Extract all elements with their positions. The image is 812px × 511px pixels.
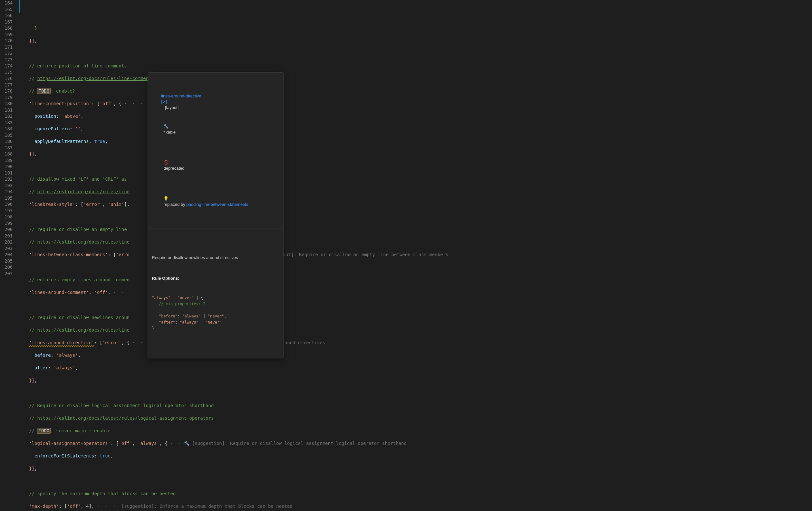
code-line[interactable] [24,390,812,397]
rule-doc-link[interactable]: https://eslint.org/docs/rules/line [37,327,129,332]
code-line[interactable]: }], [24,465,812,472]
lintel-inline-hint: · · [111,290,124,295]
rule-doc-link[interactable]: https://eslint.org/docs/rules/line [37,239,129,245]
code-content[interactable]: lines-around-directive [↗] [layout] 🔧 fi… [20,0,812,511]
code-line[interactable]: ignorePattern: '', [24,126,812,132]
lintel-inline-hint: 🔧 [layout]: Require or disallow an empty… [264,252,448,258]
todo-badge: TODO [37,428,51,434]
line-number-gutter: 164165166 167168169 170171172 173174175 … [0,0,18,277]
external-link-icon[interactable]: [↗] [161,99,167,104]
deprecated-rule-warning[interactable]: 'lines-around-directive' [29,340,94,345]
hover-description: Require or disallow newlines around dire… [152,255,279,261]
lightbulb-icon: 💡 [163,196,169,201]
hover-options-code: "always" | "never" | { // min properties… [152,295,279,332]
rule-doc-link[interactable]: https://eslint.org/docs/rules/line [37,189,129,194]
code-line[interactable]: position: 'above', [24,113,812,120]
hover-replacement-link[interactable]: padding-line-between-statements [186,202,248,207]
code-line[interactable]: 'max-depth': ['off', 4], · · · [suggesti… [24,503,812,510]
hover-fixable-label: fixable [163,130,176,135]
code-line[interactable]: // disallow mixed 'LF' and 'CRLF' as [24,176,812,183]
code-line[interactable]: // TODO: enable? [24,88,812,95]
hover-widget[interactable]: lines-around-directive [↗] [layout] 🔧 fi… [148,72,284,358]
code-line[interactable]: // require or disallow newlines aroun [24,315,812,321]
code-line[interactable]: // https://eslint.org/docs/rules/line-co… [24,76,812,82]
code-line[interactable]: // specify the maximum depth that blocks… [24,491,812,497]
code-line[interactable]: }], [24,377,812,384]
code-line[interactable]: // enforces empty lines around commen [24,277,812,283]
code-line[interactable]: // https://eslint.org/docs/rules/line [24,239,812,245]
hover-rule-name[interactable]: lines-around-directive [161,93,201,99]
code-line[interactable]: before: 'always', [24,352,812,359]
code-line[interactable]: 'lines-around-directive': ['error', { · … [24,340,812,346]
code-line[interactable]: after: 'always', [24,365,812,371]
code-line[interactable] [24,264,812,271]
code-line[interactable]: 'lines-around-comment': 'off', · · [24,289,812,296]
no-entry-icon: 🚫 [163,160,169,165]
code-line[interactable]: // https://eslint.org/docs/latest/rules/… [24,415,812,422]
hover-header: lines-around-directive [↗] [layout] 🔧 fi… [148,84,283,228]
hover-deprecated-label: deprecated [163,166,184,171]
code-line[interactable]: 'logical-assignment-operators': ['off', … [24,440,812,447]
code-line[interactable]: // require or disallow an empty line [24,226,812,233]
code-line[interactable]: 'line-comment-position': ['off', { · · ·… [24,101,812,107]
hover-replaced-by-label: replaced by [163,202,186,207]
hover-options-heading: Rule Options: [152,275,279,281]
wrench-icon: 🔧 [163,124,169,129]
code-line[interactable]: // enforce position of line comments [24,63,812,69]
code-line[interactable] [24,478,812,485]
code-line[interactable]: // TODO, semver-major: enable [24,428,812,434]
code-line[interactable]: 'linebreak-style': ['error', 'unix'], [24,201,812,208]
code-line[interactable]: }], [24,38,812,44]
lintel-inline-hint: · · 🔧 [suggestion]: Require or disallow … [168,441,407,446]
hover-body: Require or disallow newlines around dire… [148,240,283,347]
code-line[interactable]: // Require or disallow logical assignmen… [24,403,812,409]
code-line[interactable] [24,302,812,308]
code-line[interactable] [24,164,812,170]
code-line[interactable]: 'lines-between-class-members': ['erro🔧 [… [24,252,812,258]
code-line[interactable] [24,50,812,57]
lintel-inline-hint: · · · [suggestion]: Enforce a maximum de… [94,504,292,509]
code-line[interactable] [24,214,812,220]
code-line[interactable]: // https://eslint.org/docs/rules/line [24,327,812,333]
code-line[interactable]: applyDefaultPatterns: true, [24,138,812,145]
code-line[interactable]: // https://eslint.org/docs/rules/line [24,189,812,195]
code-editor[interactable]: 164165166 167168169 170171172 173174175 … [0,0,812,511]
hover-category: [layout] [165,105,178,110]
code-line[interactable]: enforceForIfStatements: true, [24,453,812,459]
rule-doc-link[interactable]: https://eslint.org/docs/latest/rules/log… [37,415,214,421]
todo-badge: TODO [37,88,51,94]
code-line[interactable]: }], [24,151,812,157]
code-line[interactable]: } [24,25,812,32]
